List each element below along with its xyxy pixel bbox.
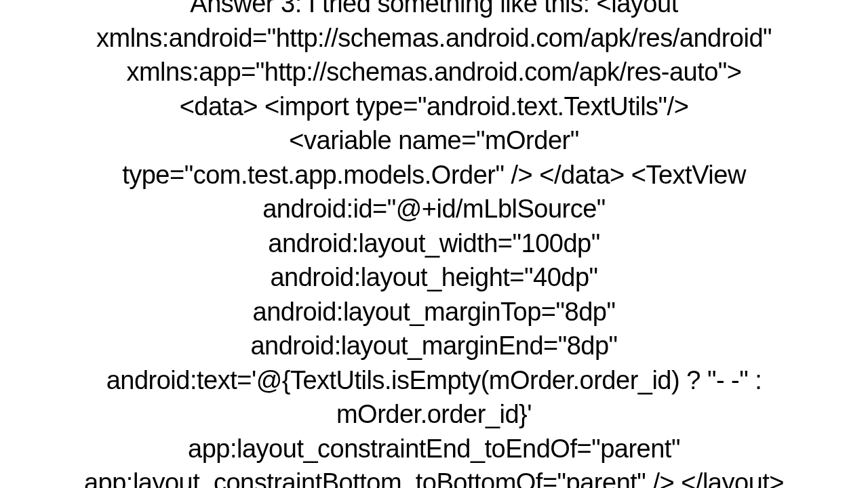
text-line: xmlns:app="http://schemas.android.com/ap… — [14, 55, 854, 89]
text-line: app:layout_constraintBottom_toBottomOf="… — [14, 466, 854, 488]
text-line: Answer 3: I tried something like this: <… — [14, 0, 854, 21]
text-line: xmlns:android="http://schemas.android.co… — [14, 21, 854, 56]
text-line: android:text='@{TextUtils.isEmpty(mOrder… — [14, 363, 854, 398]
text-line: android:layout_height="40dp" — [14, 260, 854, 295]
text-line: android:id="@+id/mLblSource" — [14, 192, 854, 226]
text-line: android:layout_width="100dp" — [14, 226, 854, 261]
text-line: mOrder.order_id}' — [14, 397, 854, 432]
text-line: android:layout_marginTop="8dp" — [14, 295, 854, 329]
text-line: app:layout_constraintEnd_toEndOf="parent… — [14, 432, 854, 466]
document-content: Answer 3: I tried something like this: <… — [0, 0, 868, 488]
text-line: type="com.test.app.models.Order" /> </da… — [14, 158, 854, 192]
text-line: android:layout_marginEnd="8dp" — [14, 329, 854, 363]
text-line: <data> <import type="android.text.TextUt… — [14, 89, 854, 124]
text-line: <variable name="mOrder" — [14, 123, 854, 158]
